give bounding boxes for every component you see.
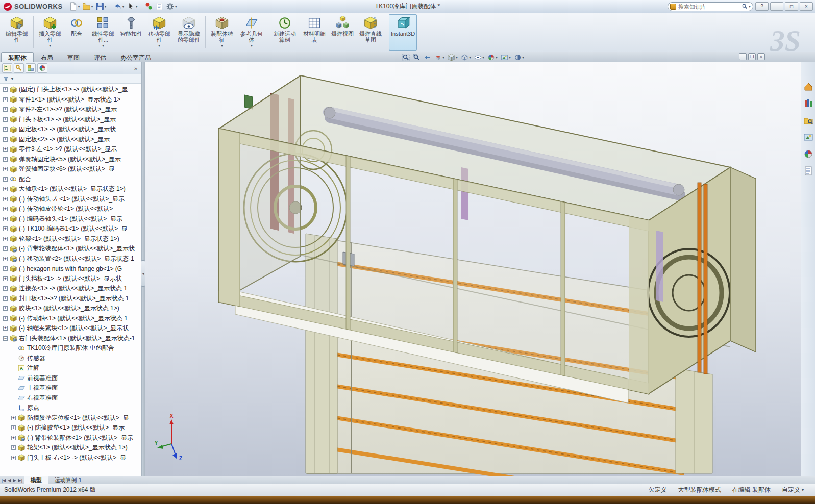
restore-button[interactable]: □ xyxy=(785,2,798,11)
quick-access-button[interactable]: ▾ xyxy=(94,1,108,12)
expander-icon[interactable]: + xyxy=(3,316,8,321)
dropdown-arrow-icon[interactable]: ▾ xyxy=(469,55,471,60)
expander-icon[interactable]: + xyxy=(3,237,8,241)
tree-item[interactable]: + (-) 传动轴皮带轮<1> (默认<<默认>_ xyxy=(0,204,141,214)
command-tab-3[interactable]: 草图 xyxy=(60,52,87,62)
tree-item[interactable]: 传感器 xyxy=(0,354,141,364)
expander-icon[interactable]: + xyxy=(3,87,8,92)
expander-icon[interactable]: + xyxy=(3,107,8,112)
tree-item[interactable]: + 大轴承<1> (默认<<默认>_显示状态 1>) xyxy=(0,184,141,194)
tree-item[interactable]: + (固定) 门头上板<1> -> (默认<<默认>_显 xyxy=(0,85,141,95)
model-tab-nav-button[interactable]: |◀ xyxy=(2,478,6,483)
dropdown-arrow-icon[interactable]: ▾ xyxy=(522,55,524,60)
dropdown-arrow-icon[interactable]: ▾ xyxy=(509,55,511,60)
tree-item[interactable]: + (-) 背带轮装配体<1> (默认<默认>_显示 xyxy=(0,433,141,443)
expander-icon[interactable]: + xyxy=(3,197,8,201)
ribbon-button[interactable]: 材料明细表 ▾ xyxy=(300,14,329,51)
knowledge-search[interactable]: ▾ xyxy=(668,2,753,11)
minimize-button[interactable]: – xyxy=(770,2,783,11)
tree-item[interactable]: + (-) TK100-编码器1<1> (默认<<默认>_显 xyxy=(0,224,141,234)
tree-item[interactable]: 上视基准面 xyxy=(0,383,141,393)
tree-item[interactable]: + 固定板<2> -> (默认<<默认>_显示 xyxy=(0,135,141,145)
expander-icon[interactable]: + xyxy=(3,257,8,261)
tree-item[interactable]: + (-) hexagon nuts with flange gb<1> (G xyxy=(0,264,141,274)
headsup-button[interactable]: ▾ xyxy=(500,53,512,62)
feature-manager-tab-icon[interactable] xyxy=(2,63,12,73)
ribbon-button[interactable]: 编辑零部件 ▾ xyxy=(2,14,32,51)
expander-icon[interactable]: + xyxy=(3,286,8,291)
headsup-button[interactable]: ▾ xyxy=(401,53,411,62)
expander-icon[interactable]: + xyxy=(3,147,8,152)
filter-icon[interactable] xyxy=(3,75,9,82)
tree-item[interactable]: + (-) 背带轮装配体<1> (默认<<默认>_显示状 xyxy=(0,244,141,254)
doc-close-button[interactable]: × xyxy=(757,53,765,60)
tree-item[interactable]: + 胶块<1> (默认<<默认>_显示状态 1>) xyxy=(0,304,141,314)
dropdown-arrow-icon[interactable]: ▾ xyxy=(136,4,138,9)
expander-icon[interactable]: + xyxy=(11,416,16,420)
tree-item[interactable]: + 零件1<1> (默认<<默认>_显示状态 1> xyxy=(0,95,141,105)
command-tab-5[interactable]: 办公室产品 xyxy=(113,52,158,62)
headsup-button[interactable]: ▾ xyxy=(486,53,499,62)
close-button[interactable]: × xyxy=(800,2,813,11)
design-library-icon[interactable] xyxy=(803,98,813,109)
quick-access-button[interactable]: ▾ xyxy=(154,1,165,12)
dropdown-arrow-icon[interactable]: ▾ xyxy=(105,4,107,9)
tree-item[interactable]: A 注解 xyxy=(0,363,141,373)
tree-item[interactable]: + 封口板<1>->? (默认<<默认>_显示状态 1 xyxy=(0,294,141,304)
tree-item[interactable]: − 右门头装配体<1> (默认<默认>_显示状态-1 xyxy=(0,334,141,344)
tree-item[interactable]: + (-) 传动轴头-左<1> (默认<<默认>_显示 xyxy=(0,194,141,205)
tree-item[interactable]: + 配合 xyxy=(0,174,141,185)
dropdown-arrow-icon[interactable]: ▾ xyxy=(122,4,125,9)
ribbon-button[interactable]: 新建运动算例 ▾ xyxy=(270,14,300,51)
command-tab-1[interactable]: 装配体 xyxy=(1,52,34,62)
view-palette-icon[interactable] xyxy=(803,132,813,142)
expander-icon[interactable]: + xyxy=(11,436,16,440)
headsup-button[interactable]: ▾ xyxy=(412,53,422,62)
headsup-button[interactable]: ▾ xyxy=(473,53,485,62)
headsup-button[interactable]: ▾ xyxy=(447,53,459,62)
doc-restore-button[interactable]: ❐ xyxy=(748,53,756,60)
dropdown-arrow-icon[interactable]: ▾ xyxy=(496,55,498,60)
headsup-button[interactable]: ▾ xyxy=(423,53,432,62)
panel-overflow-button[interactable]: » xyxy=(132,65,139,71)
ribbon-button[interactable]: 智能扣件 ▾ xyxy=(118,14,144,51)
tree-item[interactable]: + 轮架<1> (默认<<默认>_显示状态 1>) xyxy=(0,234,141,244)
resources-icon[interactable] xyxy=(803,82,813,92)
expander-icon[interactable]: + xyxy=(3,137,8,142)
tree-item[interactable]: + 零件2-左<1>->? (默认<<默认>_显示 xyxy=(0,105,141,115)
dropdown-arrow-icon[interactable]: ▾ xyxy=(49,43,51,48)
tree-item[interactable]: 前视基准面 xyxy=(0,373,141,384)
expander-icon[interactable]: + xyxy=(3,157,8,162)
dropdown-arrow-icon[interactable]: ▾ xyxy=(78,4,80,9)
tree-item[interactable]: + 零件3-左<1>->? (默认<<默认>_显示 xyxy=(0,144,141,155)
expander-icon[interactable]: + xyxy=(3,167,8,171)
ribbon-button[interactable]: 装配体特征 ▾ xyxy=(207,14,237,51)
quick-access-button[interactable]: ▾ xyxy=(126,1,139,12)
ribbon-button[interactable]: 插入零部件 ▾ xyxy=(35,14,65,51)
tree-item[interactable]: 原点 xyxy=(0,403,141,413)
tree-item[interactable]: + (-) 移动装置<2> (默认<<默认>_显示状态-1 xyxy=(0,254,141,264)
command-tab-4[interactable]: 评估 xyxy=(87,52,113,62)
tree-item[interactable]: + (-) 轴端夹紧块<1> (默认<<默认>_显示状 xyxy=(0,323,141,334)
expander-icon[interactable]: + xyxy=(3,117,8,122)
ribbon-button[interactable]: 显示隐藏的零部件 ▾ xyxy=(174,14,204,51)
search-icon[interactable] xyxy=(742,3,748,10)
expander-icon[interactable]: + xyxy=(3,226,8,231)
quick-access-button[interactable]: ▾ xyxy=(68,1,81,12)
tree-item[interactable]: + 连接条<1> -> (默认<<默认>_显示状态 1 xyxy=(0,284,141,294)
dropdown-arrow-icon[interactable]: ▾ xyxy=(456,55,458,60)
display-manager-tab-icon[interactable] xyxy=(37,63,47,73)
model-tab-nav-button[interactable]: ◀ xyxy=(8,478,11,483)
headsup-button[interactable]: ▾ xyxy=(433,53,446,62)
tree-item[interactable]: + (-) 传动轴<1> (默认<<默认>_显示状态 1 xyxy=(0,314,141,324)
expander-icon[interactable]: + xyxy=(3,276,8,281)
custom-properties-icon[interactable] xyxy=(803,166,813,176)
model-tab[interactable]: 模型 xyxy=(24,476,48,484)
model-tab-nav-button[interactable]: ▶| xyxy=(18,478,22,483)
tree-item[interactable]: + 固定板<1> -> (默认<<默认>_显示状 xyxy=(0,124,141,135)
dropdown-arrow-icon[interactable]: ▾ xyxy=(802,488,804,492)
ribbon-button[interactable]: Instant3D ▾ xyxy=(389,14,417,51)
expander-icon[interactable]: + xyxy=(3,127,8,132)
dropdown-arrow-icon[interactable]: ▾ xyxy=(91,4,93,9)
ribbon-button[interactable]: 线性零部件... ▾ xyxy=(88,14,118,51)
